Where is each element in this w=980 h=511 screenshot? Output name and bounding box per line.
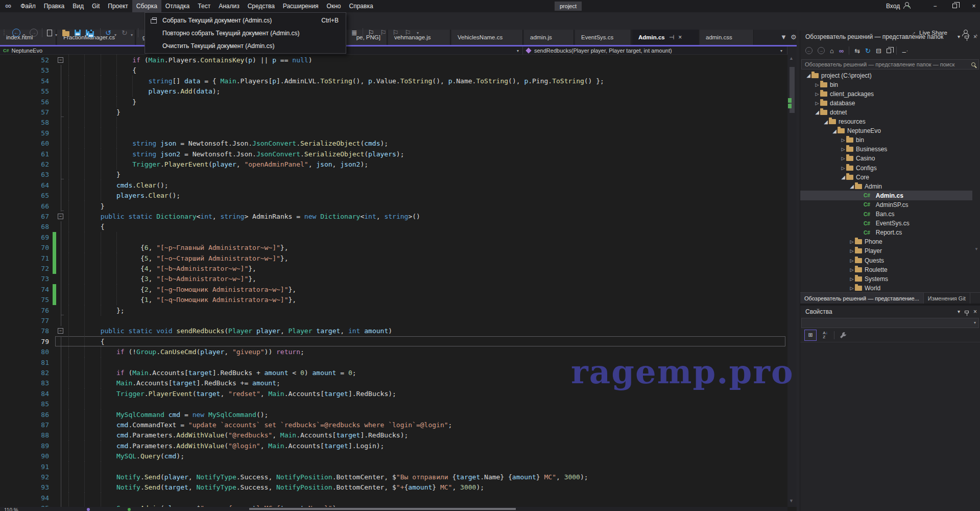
clear-bookmarks-icon[interactable]: ⚐ <box>404 27 411 38</box>
tab-options-gear-icon[interactable]: ⚙ <box>791 33 797 41</box>
code-line[interactable]: 66 } <box>0 201 787 212</box>
tree-item-Core[interactable]: ◢Core <box>800 172 972 182</box>
pin-tab-icon[interactable]: ⊣ <box>669 34 674 41</box>
code-line[interactable]: 64 cmds.Clear(); <box>0 180 787 191</box>
close-icon[interactable]: × <box>973 306 977 318</box>
forward-icon[interactable]: → <box>818 47 825 54</box>
scrollbar-thumb[interactable] <box>249 508 516 510</box>
code-line[interactable]: 77 <box>0 315 787 326</box>
navigate-back-button[interactable]: ← <box>12 27 20 38</box>
tree-expander-icon[interactable]: ▷ <box>814 101 820 106</box>
tree-expander-icon[interactable]: ◢ <box>840 174 846 180</box>
line-indent-icon[interactable]: ≣ <box>351 27 357 38</box>
tab-admin.js[interactable]: admin.js <box>524 30 574 45</box>
code-line[interactable]: 58 <box>0 117 787 128</box>
scroll-down-icon[interactable]: ▼ <box>789 498 794 503</box>
close-tab-icon[interactable]: × <box>678 34 682 41</box>
code-line[interactable]: 93 Notify.Send(target, NotifyType.Succes… <box>0 482 787 493</box>
tree-expander-icon[interactable]: ▷ <box>814 91 820 97</box>
editor-vertical-scrollbar[interactable]: ▲ ▼ <box>787 47 797 507</box>
tree-item-Casino[interactable]: ▷Casino <box>800 154 972 164</box>
scroll-up-icon[interactable]: ▲ <box>974 33 978 37</box>
code-line[interactable]: 73 {3, "[~b~Administrator~w~]"}, <box>0 273 787 284</box>
tree-expander-icon[interactable]: ▷ <box>840 156 846 161</box>
tree-item-project (C:\project)[interactable]: ◢project (C:\project) <box>800 71 972 80</box>
code-line[interactable]: 60 string json = Newtonsoft.Json.JsonCon… <box>0 138 787 149</box>
tree-item-bin[interactable]: ▷bin <box>800 80 972 89</box>
properties-window-icon[interactable] <box>887 47 891 55</box>
code-line[interactable]: 95 Group.Admin(player, $"выдал {amount} … <box>0 503 787 507</box>
code-line[interactable]: 76 }; <box>0 305 787 316</box>
tree-item-Phone[interactable]: ▷Phone <box>800 237 972 247</box>
categorized-view-button[interactable]: ⊞ <box>804 330 817 341</box>
code-line[interactable]: 87 cmd.CommandText = "update `accounts` … <box>0 420 787 430</box>
toggle-bookmark-icon[interactable]: ⚐ <box>368 27 374 38</box>
tree-item-Quests[interactable]: ▷Quests <box>800 256 972 265</box>
tree-item-database[interactable]: ▷database <box>800 98 972 108</box>
tree-expander-icon[interactable]: ▷ <box>849 286 855 291</box>
refresh-icon[interactable]: ↻ <box>865 47 871 55</box>
breadcrumb-member[interactable]: sendRedbucks(Player player, Player targe… <box>523 47 787 55</box>
tree-item-Admin.cs[interactable]: C#Admin.cs <box>800 191 972 200</box>
tree-expander-icon[interactable]: ◢ <box>831 128 838 134</box>
close-button[interactable]: × <box>965 0 980 12</box>
code-line[interactable]: 90 MySQL.Query(cmd); <box>0 451 787 461</box>
tree-item-resources[interactable]: ◢resources <box>800 117 972 127</box>
code-line[interactable]: 92 Notify.Send(player, NotifyType.Succes… <box>0 472 787 482</box>
pin-icon[interactable] <box>965 311 969 313</box>
code-line[interactable]: 86 MySqlCommand cmd = new MySqlCommand()… <box>0 409 787 420</box>
tree-expander-icon[interactable]: ▷ <box>840 147 846 152</box>
property-pages-wrench-icon[interactable] <box>838 330 849 341</box>
code-line[interactable]: 91 <box>0 461 787 472</box>
sign-in-button[interactable]: Вход + <box>886 0 910 12</box>
panel-tab-Обозреватель решений — представление...[interactable]: Обозреватель решений — представление... <box>800 293 924 304</box>
menubar-item-Анализ[interactable]: Анализ <box>214 0 244 12</box>
tree-expander-icon[interactable]: ▷ <box>849 276 855 282</box>
tree-item-bin[interactable]: ▷bin <box>800 135 972 145</box>
menubar-item-Справка[interactable]: Справка <box>345 0 377 12</box>
code-line[interactable]: 52− if (Main.Players.ContainsKey(p) || p… <box>0 55 787 65</box>
alphabetical-sort-button[interactable]: A↓Z <box>820 330 831 341</box>
tab-Admin.cs[interactable]: Admin.cs⊣× <box>632 30 699 45</box>
panel-tab-Изменения Git[interactable]: Изменения Git <box>924 293 970 304</box>
toolbar-overflow-icon[interactable]: ▾ <box>417 27 419 38</box>
new-project-dropdown-icon[interactable]: ▾ <box>55 29 57 40</box>
tab-VehiclesName.cs[interactable]: VehiclesName.cs <box>451 30 523 45</box>
tab-list-dropdown-icon[interactable]: ▼ <box>780 33 787 41</box>
code-line[interactable]: 65 players.Clear(); <box>0 190 787 201</box>
redo-dropdown-icon[interactable]: ▾ <box>131 29 133 40</box>
home-icon[interactable]: ⌂ <box>830 47 834 55</box>
tree-item-AdminSP.cs[interactable]: C#AdminSP.cs <box>800 200 972 210</box>
code-line[interactable]: 72 {4, "[~b~Administrator~w~]"}, <box>0 263 787 274</box>
tree-expander-icon[interactable]: ◢ <box>814 109 820 115</box>
preview-selected-icon[interactable]: ⚊· <box>902 48 908 54</box>
menubar-item-Сборка[interactable]: Сборка <box>132 0 161 12</box>
tree-item-EventSys.cs[interactable]: C#EventSys.cs <box>800 219 972 228</box>
tree-item-World[interactable]: ▷World <box>800 283 972 292</box>
tree-item-Roulette[interactable]: ▷Roulette <box>800 265 972 274</box>
menubar-item-Средства[interactable]: Средства <box>244 0 279 12</box>
code-line[interactable]: 94 <box>0 493 787 503</box>
menubar-item-Отладка[interactable]: Отладка <box>161 0 194 12</box>
back-icon[interactable]: ← <box>805 47 812 54</box>
tree-expander-icon[interactable]: ◢ <box>805 73 811 78</box>
scroll-down-icon[interactable]: ▼ <box>974 247 978 251</box>
tree-item-Businesses[interactable]: ▷Businesses <box>800 145 972 154</box>
tree-expander-icon[interactable]: ▷ <box>840 166 846 171</box>
code-line[interactable]: 74 {2, "[~g~Помощник Administratora~w~]"… <box>0 284 787 295</box>
sync-with-active-document-icon[interactable]: ⇆ <box>854 47 860 55</box>
tree-item-Systems[interactable]: ▷Systems <box>800 274 972 284</box>
code-line[interactable]: 70 {6, "[~p~Главный Administrator~w~]"}, <box>0 242 787 253</box>
fold-collapse-icon[interactable]: − <box>58 214 63 219</box>
code-editor[interactable]: 52− if (Main.Players.ContainsKey(p) || p… <box>0 47 787 507</box>
redo-button[interactable]: ↻ <box>122 27 128 38</box>
navigate-forward-button[interactable]: → <box>30 27 38 38</box>
tab-EventSys.cs[interactable]: EventSys.cs <box>575 30 631 45</box>
editor-horizontal-scrollbar[interactable]: 110 % <box>0 507 787 511</box>
project-button[interactable]: project <box>555 2 582 11</box>
window-position-dropdown-icon[interactable]: ▾ <box>958 306 960 318</box>
code-line[interactable]: 62 Trigger.PlayerEvent(player, "openAdmi… <box>0 159 787 170</box>
tree-expander-icon[interactable]: ▷ <box>814 82 820 87</box>
tree-item-Player[interactable]: ▷Player <box>800 246 972 256</box>
menubar-item-Вид[interactable]: Вид <box>68 0 88 12</box>
